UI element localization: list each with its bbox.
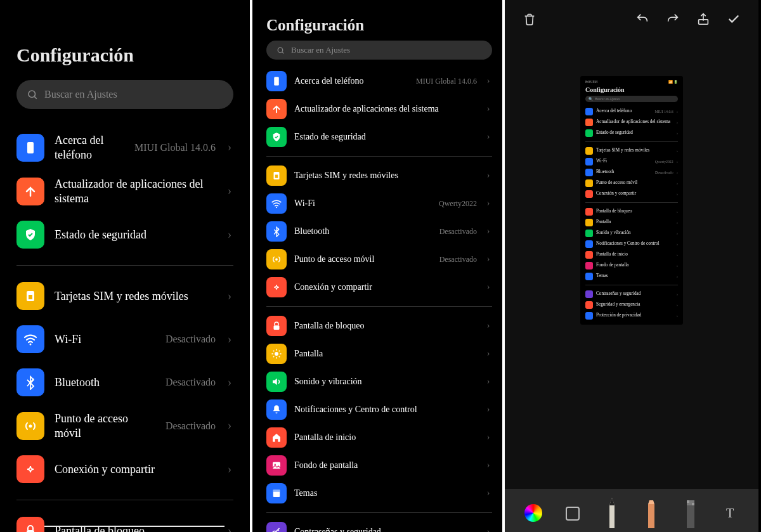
strike-line <box>44 526 224 527</box>
settings-row-hotspot[interactable]: Punto de acceso móvilDesactivado› <box>16 404 233 448</box>
settings-row-wifi[interactable]: Wi-FiDesactivado› <box>16 318 233 361</box>
mosaic-tool[interactable] <box>680 495 701 528</box>
preview-row: Fondo de pantalla› <box>585 260 678 271</box>
settings-row-share[interactable]: Conexión y compartir› <box>16 448 233 491</box>
svg-rect-37 <box>648 504 654 528</box>
settings-row-wall[interactable]: Fondo de pantalla› <box>266 451 492 479</box>
svg-line-22 <box>279 356 280 358</box>
settings-row-wifi[interactable]: Wi-FiQwerty2022› <box>266 190 492 217</box>
arrow-up-icon <box>266 99 287 119</box>
row-label: Estado de seguridad <box>55 228 216 242</box>
sim-icon <box>266 165 287 186</box>
search-input[interactable]: Buscar en Ajustes <box>266 41 492 60</box>
row-label: Tarjetas SIM y redes móviles <box>55 289 216 304</box>
preview-row: Notificaciones y Centro de control› <box>585 238 678 249</box>
row-label: Temas <box>294 488 477 499</box>
undo-icon[interactable] <box>635 12 649 26</box>
settings-row-security[interactable]: Estado de seguridad› <box>266 123 492 151</box>
chevron-right-icon: › <box>226 141 233 154</box>
svg-line-9 <box>282 51 283 53</box>
lock-icon <box>16 517 44 532</box>
settings-row-updater[interactable]: Actualizador de aplicaciones del sistema… <box>266 95 492 123</box>
image-icon <box>266 455 287 476</box>
svg-point-8 <box>278 48 283 53</box>
row-value: Desactivado <box>166 334 216 345</box>
confirm-icon[interactable] <box>727 12 741 26</box>
chevron-right-icon: › <box>485 405 492 415</box>
text-tool[interactable]: T <box>719 495 741 528</box>
chevron-right-icon: › <box>485 171 492 181</box>
bluetooth-icon <box>266 221 287 242</box>
row-label: Acerca del teléfono <box>294 76 408 87</box>
redo-icon[interactable] <box>666 12 680 26</box>
settings-row-display[interactable]: Pantalla› <box>266 340 492 368</box>
preview-row: Estado de seguridad› <box>585 127 678 138</box>
chevron-right-icon: › <box>226 376 233 389</box>
settings-row-about[interactable]: Acerca del teléfonoMIUI Global 14.0.6› <box>16 126 233 169</box>
settings-row-sound[interactable]: Sonido y vibración› <box>266 368 492 396</box>
svg-rect-12 <box>275 175 278 178</box>
theme-icon <box>266 483 287 503</box>
settings-row-home[interactable]: Pantalla de inicio› <box>266 424 492 451</box>
share-icon <box>16 455 44 483</box>
settings-row-share[interactable]: Conexión y compartir› <box>266 273 492 301</box>
sim-icon <box>16 282 44 310</box>
settings-row-about[interactable]: Acerca del teléfonoMIUI Global 14.0.6› <box>266 67 492 95</box>
row-label: Bluetooth <box>55 375 155 390</box>
wifi-icon <box>16 325 44 353</box>
settings-row-pwd[interactable]: Contraseñas y seguridad› <box>266 518 492 532</box>
bluetooth-icon <box>16 368 44 396</box>
chevron-right-icon: › <box>485 282 492 292</box>
preview-row: Temas› <box>585 271 678 282</box>
editor-canvas[interactable]: 8:03 PM📶 🔋 Configuración 🔍Buscar en Ajus… <box>505 38 758 325</box>
row-label: Punto de acceso móvil <box>55 412 155 440</box>
settings-row-bt[interactable]: BluetoothDesactivado› <box>266 217 492 245</box>
row-label: Pantalla de bloqueo <box>55 524 216 532</box>
screenshot-editor: 8:03 PM📶 🔋 Configuración 🔍Buscar en Ajus… <box>505 0 758 532</box>
row-value: Desactivado <box>439 227 477 237</box>
svg-line-24 <box>273 356 275 358</box>
chevron-right-icon: › <box>226 463 233 476</box>
search-input[interactable]: Buscar en Ajustes <box>16 80 233 109</box>
settings-row-notif[interactable]: Notificaciones y Centro de control› <box>266 396 492 424</box>
preview-row: BluetoothDesactivado› <box>585 167 678 178</box>
preview-row: Seguridad y emergencia› <box>585 299 678 310</box>
settings-row-lock[interactable]: Pantalla de bloqueo› <box>16 509 233 532</box>
pen-tool[interactable] <box>601 495 623 528</box>
color-picker-tool[interactable] <box>523 495 544 528</box>
svg-line-23 <box>279 351 280 352</box>
settings-row-lock[interactable]: Pantalla de bloqueo› <box>266 312 492 340</box>
row-label: Actualizador de aplicaciones del sistema <box>294 104 477 115</box>
settings-row-bt[interactable]: BluetoothDesactivado› <box>16 361 233 404</box>
highlighter-tool[interactable] <box>641 495 662 528</box>
phone-icon <box>16 134 44 162</box>
search-placeholder: Buscar en Ajustes <box>291 45 482 55</box>
hotspot-icon <box>16 412 44 440</box>
settings-row-sim[interactable]: Tarjetas SIM y redes móviles› <box>16 275 233 318</box>
share-icon[interactable] <box>696 12 710 26</box>
row-value: Qwerty2022 <box>439 199 477 209</box>
settings-row-themes[interactable]: Temas› <box>266 479 492 507</box>
settings-row-hotspot[interactable]: Punto de acceso móvilDesactivado› <box>266 245 492 273</box>
editor-tool-tray: T <box>505 489 758 532</box>
screenshot-preview: 8:03 PM📶 🔋 Configuración 🔍Buscar en Ajus… <box>580 76 683 325</box>
settings-row-sim[interactable]: Tarjetas SIM y redes móviles› <box>266 162 492 190</box>
delete-icon[interactable] <box>523 12 537 26</box>
speaker-icon <box>266 372 287 392</box>
row-label: Acerca del teléfono <box>55 133 124 162</box>
preview-row: Pantalla de inicio› <box>585 249 678 260</box>
shape-tool[interactable] <box>562 495 583 528</box>
search-icon <box>27 89 38 100</box>
row-label: Fondo de pantalla <box>294 460 477 471</box>
settings-row-security[interactable]: Estado de seguridad› <box>16 213 233 256</box>
chevron-right-icon: › <box>485 226 492 237</box>
shield-icon <box>266 127 287 147</box>
preview-row: Pantalla› <box>585 217 678 228</box>
chevron-right-icon: › <box>226 524 233 533</box>
share-icon <box>266 277 287 297</box>
settings-row-updater[interactable]: Actualizador de aplicaciones del sistema… <box>16 169 233 213</box>
row-label: Pantalla de inicio <box>294 432 477 443</box>
chevron-right-icon: › <box>485 132 492 142</box>
page-title: Configuración <box>16 44 233 66</box>
preview-row: Conexión y compartir› <box>585 188 678 199</box>
